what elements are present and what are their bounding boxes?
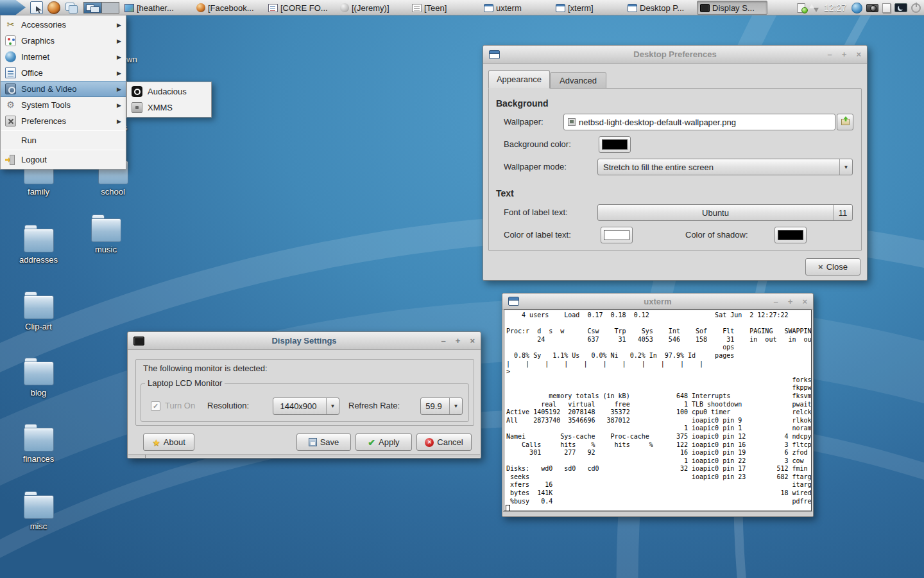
task-button-teen[interactable]: [Teen]: [409, 1, 480, 15]
desktop-icon-label: school: [82, 187, 144, 197]
maximize-icon[interactable]: +: [456, 333, 461, 349]
notes-tray-icon[interactable]: [882, 3, 891, 13]
browser-globe-icon: [196, 3, 205, 12]
folder-icon: [24, 495, 54, 519]
tab-appearance[interactable]: Appearance: [488, 70, 550, 89]
desktop-icon-misc[interactable]: misc: [8, 495, 69, 531]
minimize-icon[interactable]: –: [774, 294, 778, 309]
screenshot-camera-icon[interactable]: [866, 4, 878, 12]
submenu-arrow-icon: ▶: [117, 102, 121, 109]
power-icon[interactable]: [911, 3, 921, 13]
font-name: Ubuntu: [598, 208, 833, 218]
chevron-down-icon: ▼: [326, 398, 339, 414]
browse-wallpaper-button[interactable]: [837, 114, 853, 130]
iconify-windows-icon[interactable]: [65, 1, 78, 14]
globe-tray-icon[interactable]: [851, 3, 862, 13]
save-button[interactable]: Save: [296, 434, 351, 451]
menu-item-logout[interactable]: Logout: [1, 152, 126, 168]
submenu-item-xmms[interactable]: XMMS: [127, 100, 211, 116]
desktop-icon-music[interactable]: music: [75, 218, 137, 254]
task-button-desktop-preferences[interactable]: Desktop P...: [625, 1, 696, 15]
folder-icon: [91, 218, 121, 242]
monitor-detected-text: The following monitor is detected:: [143, 360, 268, 377]
internet-globe-icon: [5, 51, 16, 62]
clock[interactable]: 12:27: [824, 3, 846, 13]
desktop-icon-label: family: [8, 187, 69, 197]
menu-item-office[interactable]: Office ▶: [1, 65, 126, 81]
turn-on-checkbox[interactable]: ✓: [151, 401, 160, 411]
sound-video-icon: [5, 83, 16, 94]
system-tray: 12:27: [797, 0, 924, 15]
task-button-display-settings[interactable]: Display S...: [697, 1, 767, 15]
network-arrows-icon[interactable]: [809, 3, 819, 13]
close-icon[interactable]: ×: [856, 46, 861, 63]
desktop-icon-label: misc: [8, 521, 69, 531]
menu-item-label: Sound & Video: [21, 84, 77, 94]
chevron-down-icon: ▼: [449, 398, 462, 414]
close-label: Close: [826, 262, 848, 272]
window-resize-strip[interactable]: [503, 511, 812, 516]
minimize-icon[interactable]: –: [828, 46, 832, 63]
apply-button[interactable]: ✔ Apply: [355, 434, 412, 451]
label-text-color-swatch[interactable]: [601, 227, 633, 243]
desktop-icon-addresses[interactable]: addresses: [8, 229, 69, 265]
refresh-rate-select[interactable]: 59.9 ▼: [420, 398, 463, 415]
desktop-icon-clip-art[interactable]: Clip-art: [8, 295, 69, 331]
terminal-output[interactable]: 4 users Load 0.17 0.18 0.12 Sat Jun 2 12…: [504, 310, 812, 511]
resolution-select[interactable]: 924x578 ▼: [273, 398, 339, 415]
font-picker-button[interactable]: Ubuntu 11: [597, 204, 853, 221]
submenu-item-audacious[interactable]: Audacious: [127, 83, 211, 100]
tab-advanced[interactable]: Advanced: [550, 72, 606, 89]
about-button[interactable]: ★ About: [143, 434, 194, 451]
menu-separator: [1, 150, 125, 150]
menu-item-internet[interactable]: Internet ▶: [1, 49, 126, 65]
display-settings-titlebar[interactable]: Display Settings – + ×: [128, 332, 481, 350]
task-button-heather[interactable]: [heather...: [122, 1, 193, 15]
submenu-arrow-icon: ▶: [117, 38, 121, 44]
shadow-color-swatch[interactable]: [774, 227, 807, 243]
maximize-icon[interactable]: +: [842, 46, 847, 63]
cancel-button[interactable]: ✕ Cancel: [416, 434, 472, 451]
desktop-preferences-titlebar[interactable]: Desktop Preferences – + ×: [483, 46, 867, 64]
folder-icon: [24, 428, 54, 451]
menu-item-preferences[interactable]: Preferences ▶: [1, 113, 126, 129]
cancel-icon: ✕: [425, 438, 434, 447]
task-button-core[interactable]: [CORE FO...: [266, 1, 336, 15]
web-browser-launcher-icon[interactable]: [47, 1, 60, 14]
workspace-1-cell[interactable]: [84, 3, 101, 13]
close-button[interactable]: × Close: [805, 258, 860, 276]
menu-item-accessories[interactable]: ✂ Accessories ▶: [1, 17, 126, 33]
task-button-xterm[interactable]: [xterm]: [553, 1, 624, 15]
close-icon[interactable]: ×: [470, 333, 475, 349]
clipboard-tray-icon[interactable]: [797, 3, 805, 13]
desktop-preferences-window: Desktop Preferences – + × Appearance Adv…: [483, 45, 868, 281]
menu-item-run[interactable]: Run: [1, 132, 126, 148]
uxterm-titlebar[interactable]: uxterm – + ×: [502, 293, 813, 310]
desktop-icon-blog[interactable]: blog: [8, 362, 69, 398]
wallpaper-path-field[interactable]: netbsd-light-desktop-default-wallpaper.p…: [563, 114, 835, 130]
task-label: uxterm: [496, 3, 522, 13]
wallpaper-mode-select[interactable]: Stretch to fill the entire screen ▼: [597, 159, 853, 175]
screensaver-moon-icon[interactable]: [894, 3, 907, 12]
font-size: 11: [833, 205, 852, 220]
task-button-jeremy[interactable]: [(Jeremy)]: [338, 1, 408, 15]
audacious-icon: [132, 86, 142, 97]
menu-item-sound-video[interactable]: Sound & Video ▶: [1, 81, 126, 97]
workspace-2-cell[interactable]: [101, 3, 119, 13]
background-color-swatch[interactable]: [599, 136, 631, 153]
window-resize-strip[interactable]: [128, 454, 480, 457]
submenu-item-label: Audacious: [148, 87, 187, 96]
hidden-icon-label-fragment: wn: [126, 55, 137, 64]
task-button-facebook[interactable]: [Facebook...: [194, 1, 264, 15]
maximize-icon[interactable]: +: [788, 294, 793, 309]
start-menu-button[interactable]: [0, 0, 26, 15]
cancel-label: Cancel: [437, 437, 463, 447]
desktop-icon-finances[interactable]: finances: [8, 428, 69, 464]
file-manager-launcher-icon[interactable]: [30, 1, 43, 14]
menu-item-graphics[interactable]: Graphics ▶: [1, 33, 126, 49]
task-button-uxterm[interactable]: uxterm: [481, 1, 552, 15]
close-icon[interactable]: ×: [802, 294, 807, 309]
menu-item-system-tools[interactable]: ⚙ System Tools ▶: [1, 97, 126, 113]
workspace-pager[interactable]: [83, 2, 119, 13]
minimize-icon[interactable]: –: [441, 333, 446, 349]
